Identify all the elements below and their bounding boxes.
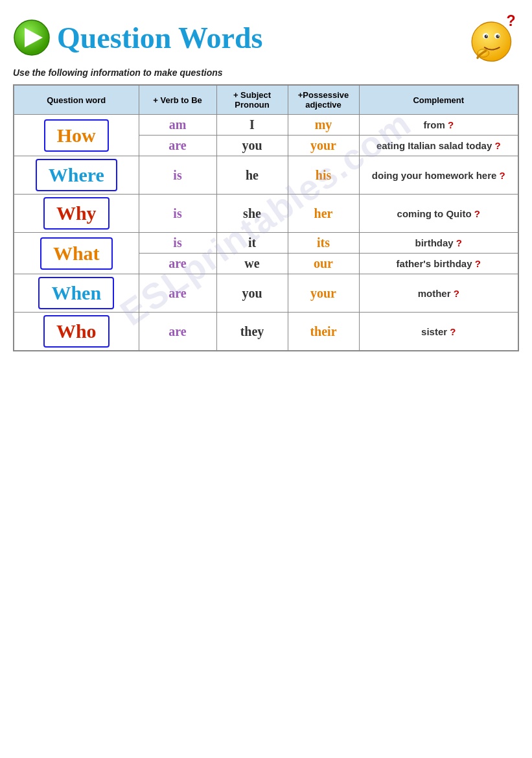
q-mark: ?	[494, 140, 500, 151]
word-when: When	[38, 277, 114, 309]
table-row: Whoaretheytheirsister ?	[14, 313, 518, 351]
svg-text:?: ?	[506, 12, 515, 29]
q-mark: ?	[456, 237, 462, 248]
table-row: Whyisshehercoming to Quito ?	[14, 195, 518, 233]
col-possessive: +Possessive adjective	[288, 85, 359, 115]
table-header-row: Question word + Verb to Be + Subject Pro…	[14, 85, 518, 115]
possessive-cell: his	[288, 156, 359, 195]
word-where: Where	[36, 159, 117, 191]
verb-cell: is	[139, 233, 216, 254]
arrow-icon	[13, 19, 51, 56]
table-row: Whereishehisdoing your homework here ?	[14, 156, 518, 195]
complement-cell: father's birthday ?	[359, 254, 518, 274]
question-word-cell-how: How	[14, 115, 139, 156]
question-word-cell-who: Who	[14, 313, 139, 351]
subject-cell: we	[216, 254, 288, 274]
table-wrapper: ESLprintables.com Question word + Verb t…	[13, 84, 519, 351]
word-who: Who	[43, 315, 110, 348]
table-row: Whenareyouyourmother ?	[14, 274, 518, 313]
possessive-cell: its	[288, 233, 359, 254]
possessive-cell: our	[288, 254, 359, 274]
col-verb-be: + Verb to Be	[139, 85, 216, 115]
col-subject-pronoun: + Subject Pronoun	[216, 85, 288, 115]
verb-cell: is	[139, 156, 216, 195]
possessive-cell: their	[288, 313, 359, 351]
verb-cell: are	[139, 313, 216, 351]
page-title: Question Words	[57, 21, 262, 55]
question-word-cell-why: Why	[14, 195, 139, 233]
title-group: Question Words	[13, 19, 262, 56]
question-word-cell-when: When	[14, 274, 139, 313]
q-mark: ?	[500, 170, 505, 181]
verb-cell: am	[139, 115, 216, 136]
subject-cell: you	[216, 136, 288, 156]
complement-cell: doing your homework here ?	[359, 156, 518, 195]
word-what: What	[40, 237, 113, 270]
subject-cell: he	[216, 156, 288, 195]
col-question-word: Question word	[14, 85, 139, 115]
possessive-cell: my	[288, 115, 359, 136]
complement-cell: coming to Quito ?	[359, 195, 518, 233]
q-mark: ?	[474, 208, 480, 219]
possessive-cell: your	[288, 136, 359, 156]
subject-cell: she	[216, 195, 288, 233]
subject-cell: I	[216, 115, 288, 136]
subject-cell: they	[216, 313, 288, 351]
svg-point-2	[472, 22, 511, 61]
verb-cell: are	[139, 136, 216, 156]
svg-point-5	[485, 35, 488, 38]
main-table: Question word + Verb to Be + Subject Pro…	[13, 84, 519, 351]
word-how: How	[44, 119, 109, 152]
svg-point-7	[486, 35, 487, 36]
verb-cell: are	[139, 254, 216, 274]
svg-point-6	[496, 35, 499, 38]
subject-cell: you	[216, 274, 288, 313]
question-word-cell-what: What	[14, 233, 139, 274]
table-row: HowamImyfrom ?	[14, 115, 518, 136]
q-mark: ?	[448, 119, 454, 130]
svg-point-8	[498, 35, 499, 36]
possessive-cell: her	[288, 195, 359, 233]
table-row: Whatisititsbirthday ?	[14, 233, 518, 254]
possessive-cell: your	[288, 274, 359, 313]
complement-cell: mother ?	[359, 274, 518, 313]
header: Question Words ?	[13, 12, 519, 64]
complement-cell: sister ?	[359, 313, 518, 351]
q-mark: ?	[454, 288, 459, 299]
col-complement: Complement	[359, 85, 518, 115]
subject-cell: it	[216, 233, 288, 254]
emoji-icon: ?	[467, 12, 519, 64]
verb-cell: is	[139, 195, 216, 233]
complement-cell: eating Italian salad today ?	[359, 136, 518, 156]
word-why: Why	[43, 197, 110, 230]
complement-cell: from ?	[359, 115, 518, 136]
verb-cell: are	[139, 274, 216, 313]
question-word-cell-where: Where	[14, 156, 139, 195]
complement-cell: birthday ?	[359, 233, 518, 254]
q-mark: ?	[450, 326, 456, 337]
subtitle: Use the following information to make qu…	[13, 67, 519, 78]
q-mark: ?	[475, 258, 481, 269]
